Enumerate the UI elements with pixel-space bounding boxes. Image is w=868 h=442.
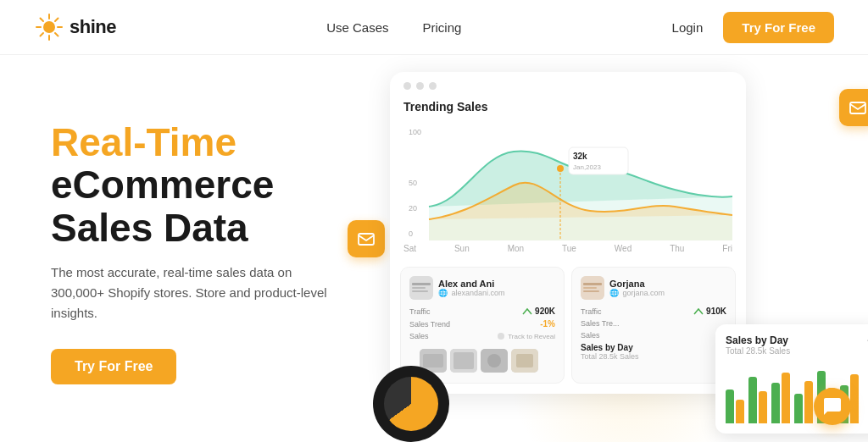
nav-pricing[interactable]: Pricing	[423, 20, 462, 35]
traffic-label-gorjana: Traffic	[581, 307, 602, 316]
trend-value-alex: -1%	[540, 319, 555, 329]
store-card-alex: Alex and Ani 🌐 alexandani.com Traffic 92…	[400, 267, 565, 384]
svg-text:0: 0	[409, 229, 413, 238]
bar-group-2	[748, 377, 767, 423]
bar-green-2	[748, 377, 757, 423]
thumb-strip-alex	[409, 344, 555, 374]
svg-line-8	[41, 33, 44, 36]
svg-rect-20	[412, 283, 431, 285]
svg-line-5	[41, 19, 44, 22]
traffic-value-gorjana: 910K	[706, 307, 726, 316]
chart-day-labels: Sat Sun Mon Tue Wed Thu Fri	[390, 240, 746, 260]
sales-stat-gorjana: Sales	[581, 331, 726, 340]
svg-rect-33	[583, 283, 602, 285]
store-url-icon-alex: 🌐	[438, 289, 448, 297]
hero-left: Real-Time eCommerce Sales Data The most …	[0, 55, 356, 442]
sales-reveal-alex[interactable]: Track to Reveal	[497, 332, 555, 340]
traffic-value-group-gorjana: 910K	[693, 307, 726, 316]
hero-title-accent: Real-Time	[51, 120, 236, 164]
try-for-free-button[interactable]: Try For Free	[723, 12, 834, 43]
svg-text:32k: 32k	[573, 152, 587, 161]
traffic-stat-alex: Traffic 920K	[409, 307, 555, 316]
traffic-value-alex: 920K	[535, 307, 555, 316]
logo: shine	[34, 12, 116, 42]
svg-rect-27	[453, 352, 474, 369]
bar-group-4	[794, 381, 813, 423]
hero-description: The most accurate, real-time sales data …	[51, 262, 339, 323]
dot-2	[416, 82, 424, 90]
chat-icon	[822, 396, 843, 417]
svg-rect-22	[412, 290, 428, 292]
bar-orange-2	[759, 391, 767, 423]
sales-label-gorjana: Sales	[581, 331, 600, 340]
day-fri: Fri	[722, 244, 732, 253]
store-name-alex: Alex and Ani	[438, 279, 505, 289]
email-svg-left	[357, 229, 376, 248]
day-mon: Mon	[508, 244, 524, 253]
main-nav: Use Cases Pricing	[326, 20, 461, 35]
store-url-alex: 🌐 alexandani.com	[438, 289, 505, 297]
bar-orange-4	[804, 381, 813, 423]
thumb-2	[450, 349, 477, 373]
store-header-alex: Alex and Ani 🌐 alexandani.com	[409, 276, 555, 300]
svg-rect-9	[359, 234, 374, 245]
shield-icon-alex	[497, 332, 505, 340]
svg-point-23	[498, 333, 504, 340]
thumb-svg-3	[481, 349, 508, 373]
sales-day-title: Sales by Day	[726, 334, 868, 346]
dashboard-card: Trending Sales 100 50 20 0	[390, 72, 746, 394]
svg-text:20: 20	[409, 204, 417, 213]
hero-right: Trending Sales 100 50 20 0	[356, 55, 868, 442]
store-url-icon-gorjana: 🌐	[609, 289, 619, 297]
nav-use-cases[interactable]: Use Cases	[326, 20, 388, 35]
email-icon-top	[839, 89, 868, 126]
header-right: Login Try For Free	[672, 12, 834, 43]
bar-green-1	[726, 390, 734, 423]
bar-group-3	[771, 373, 790, 423]
sales-day-sub: Total 28.5k Sales	[726, 346, 868, 356]
svg-rect-21	[412, 287, 426, 289]
logo-icon	[34, 12, 64, 42]
login-button[interactable]: Login	[672, 20, 704, 35]
thumb-svg-4	[511, 349, 538, 373]
svg-text:50: 50	[409, 179, 417, 187]
svg-text:100: 100	[409, 128, 421, 136]
trend-arrow-gorjana	[693, 307, 704, 316]
pie-arc	[384, 377, 438, 431]
store-thumb-gorjana	[581, 276, 604, 300]
thumb-4	[511, 349, 538, 373]
bar-group-1	[726, 390, 744, 423]
traffic-label-alex: Traffic	[409, 307, 431, 316]
day-tue: Tue	[562, 244, 576, 253]
email-svg-top	[849, 98, 867, 117]
svg-point-29	[487, 354, 501, 367]
store-cards: Alex and Ani 🌐 alexandani.com Traffic 92…	[390, 260, 746, 394]
card-dots	[390, 72, 746, 100]
day-sun: Sun	[454, 244, 470, 253]
bar-orange-6	[850, 374, 859, 423]
trend-stat-alex: Sales Trend -1%	[409, 319, 555, 329]
store-card-gorjana: Gorjana 🌐 gorjana.com Traffic 910K	[571, 267, 736, 384]
hero-title: Real-Time eCommerce Sales Data	[51, 121, 356, 250]
store-name-gorjana: Gorjana	[609, 279, 665, 289]
store-url-gorjana: 🌐 gorjana.com	[609, 289, 665, 297]
chat-bubble[interactable]	[814, 388, 851, 425]
sales-stat-alex: Sales Track to Reveal	[409, 332, 555, 340]
trend-label-alex: Sales Trend	[409, 320, 450, 329]
svg-line-6	[55, 33, 58, 36]
svg-rect-36	[850, 102, 865, 113]
hero-cta-button[interactable]: Try For Free	[51, 349, 176, 384]
trending-sales-chart: 100 50 20 0 32k	[403, 122, 732, 240]
traffic-value-group-alex: 920K	[522, 307, 555, 316]
header: shine Use Cases Pricing Login Try For Fr…	[0, 0, 868, 55]
svg-rect-34	[583, 287, 597, 289]
logo-text: shine	[70, 16, 116, 38]
trend-stat-gorjana: Sales Tre...	[581, 319, 726, 328]
main-content: Real-Time eCommerce Sales Data The most …	[0, 55, 868, 442]
store-thumb-svg-gorjana	[581, 276, 604, 300]
thumb-svg-2	[450, 349, 477, 373]
bar-green-3	[771, 383, 780, 423]
sales-label-alex: Sales	[409, 332, 429, 340]
bar-green-4	[794, 394, 803, 423]
store-thumb-svg-alex	[409, 276, 433, 300]
